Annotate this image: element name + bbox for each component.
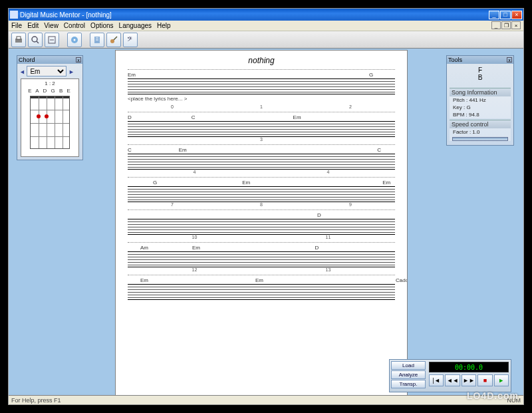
back-button[interactable]: ◄◄ <box>445 374 460 386</box>
menu-view[interactable]: View <box>44 22 59 29</box>
toolbar: 𝄢 <box>9 31 523 49</box>
speed-slider[interactable] <box>452 137 508 141</box>
bar-number: 8 <box>217 202 306 207</box>
tools-panel-title: Tools <box>448 57 462 63</box>
staff-row: DCEmGD3 <box>128 112 395 142</box>
mdi-close[interactable]: × <box>511 21 521 29</box>
tools-btn-b[interactable]: B <box>450 74 511 81</box>
staff-row: EmEmCadd9 <box>128 275 395 300</box>
menu-control[interactable]: Control <box>64 22 85 29</box>
print-icon[interactable] <box>11 33 26 47</box>
chord-label: Em <box>179 147 187 154</box>
time-display: 00:00.0 <box>429 362 509 372</box>
chord-label: Cadd9 <box>396 277 408 284</box>
guitar-icon[interactable] <box>106 33 121 47</box>
note-icon[interactable] <box>90 33 104 47</box>
load-button[interactable]: Load <box>391 361 426 370</box>
chord-label: Em <box>255 277 263 284</box>
tab-staff <box>128 284 395 300</box>
minimize-button[interactable]: _ <box>489 11 499 19</box>
maximize-button[interactable]: □ <box>500 11 511 19</box>
stop-button[interactable]: ■ <box>477 374 492 386</box>
chord-label: D <box>315 245 319 251</box>
clef-icon[interactable]: 𝄢 <box>123 33 138 47</box>
bar-number: 11 <box>261 235 395 239</box>
menu-edit[interactable]: Edit <box>27 22 39 29</box>
play-button[interactable]: ► <box>494 374 509 386</box>
chord-label: G <box>369 72 373 78</box>
disc-icon[interactable] <box>67 33 82 47</box>
chord-label: C <box>128 147 132 154</box>
bar-number: 0 <box>128 104 217 109</box>
menu-help[interactable]: Help <box>157 22 171 29</box>
staff-row: EmG<place the lyrics here... >012 <box>128 69 395 109</box>
svg-rect-1 <box>17 37 21 39</box>
speed-factor: Factor : 1.0 <box>450 128 511 136</box>
lyrics-placeholder[interactable]: <place the lyrics here... > <box>128 96 395 102</box>
bar-number: 2 <box>306 104 395 109</box>
menu-options[interactable]: Options <box>90 22 113 29</box>
chord-label: D <box>317 212 321 219</box>
menu-file[interactable]: File <box>11 22 22 29</box>
mdi-restore[interactable]: ❐ <box>501 21 511 29</box>
chord-caption: 1 : 2 <box>21 80 78 86</box>
watermark: LO4D.com <box>467 390 519 401</box>
rewind-button[interactable]: |◄ <box>429 374 444 386</box>
status-help: For Help, press F1 <box>11 397 61 404</box>
chord-label: Em <box>192 245 200 251</box>
menu-languages[interactable]: Languages <box>119 22 152 29</box>
chord-label: Em <box>293 114 301 121</box>
staff-row: DEm1011 <box>128 209 395 239</box>
bar-number: 12 <box>128 267 261 272</box>
transpose-button[interactable]: Transp. <box>391 380 426 388</box>
player-panel: Load Analyze Transp. 00:00.0 |◄ ◄◄ ►► ■ … <box>389 359 511 392</box>
tools-panel-close[interactable]: x <box>507 57 512 63</box>
chord-label: Em <box>382 180 390 186</box>
close-button[interactable]: × <box>511 11 522 19</box>
sheet[interactable]: nothing EmG<place the lyrics here... >01… <box>115 50 408 395</box>
song-title: nothing <box>128 56 395 65</box>
window-title: Digital Music Mentor - [nothing] <box>20 11 489 19</box>
forward-button[interactable]: ►► <box>462 374 476 386</box>
tab-staff <box>128 78 395 94</box>
menubar: File Edit View Control Options Languages… <box>9 21 523 31</box>
chord-panel-title: Chord <box>19 57 35 63</box>
chord-label: G <box>153 180 157 186</box>
staff-row: AmEmDCG41213 <box>128 242 395 272</box>
chord-label: D <box>128 114 132 121</box>
workspace: Chord x ◄ Em ► 1 : 2 E A D G B E <box>9 49 523 395</box>
zoom-icon[interactable] <box>45 33 59 47</box>
app-icon <box>10 11 18 19</box>
chord-label: Em <box>128 72 136 78</box>
tools-panel: Tools x F B Song Information Pitch : 441… <box>446 55 514 146</box>
bar-number: 13 <box>261 267 395 272</box>
chord-diagram <box>30 96 70 149</box>
preview-icon[interactable] <box>28 33 43 47</box>
song-pitch: Pitch : 441 Hz <box>450 96 511 104</box>
bar-number: 10 <box>128 235 261 239</box>
bar-number: 7 <box>128 202 217 207</box>
bar-number: 9 <box>306 202 395 207</box>
bar-number: 4 <box>261 170 395 174</box>
chord-label: Em <box>140 277 148 284</box>
svg-text:𝄢: 𝄢 <box>127 35 132 45</box>
analyze-button[interactable]: Analyze <box>391 370 426 379</box>
tools-btn-f[interactable]: F <box>450 67 511 74</box>
svg-line-10 <box>114 37 117 40</box>
statusbar: For Help, press F1 NUM <box>9 395 523 404</box>
titlebar: Digital Music Mentor - [nothing] _ □ × <box>9 9 523 21</box>
chord-panel-close[interactable]: x <box>76 57 81 63</box>
staff-row: GEmEm789 <box>128 177 395 207</box>
speed-header: Speed control <box>450 120 511 128</box>
tab-staff <box>128 251 395 267</box>
bar-number: 4 <box>128 170 261 174</box>
chord-strings: E A D G B E <box>21 88 78 94</box>
tab-staff <box>128 154 395 170</box>
chord-select[interactable]: Em <box>27 66 66 76</box>
bar-number: 1 <box>217 104 306 109</box>
chord-next[interactable]: ► <box>68 69 74 75</box>
chord-prev[interactable]: ◄ <box>19 69 25 75</box>
bar-number: 3 <box>128 137 395 142</box>
mdi-minimize[interactable]: _ <box>491 21 501 29</box>
svg-point-7 <box>74 39 76 41</box>
